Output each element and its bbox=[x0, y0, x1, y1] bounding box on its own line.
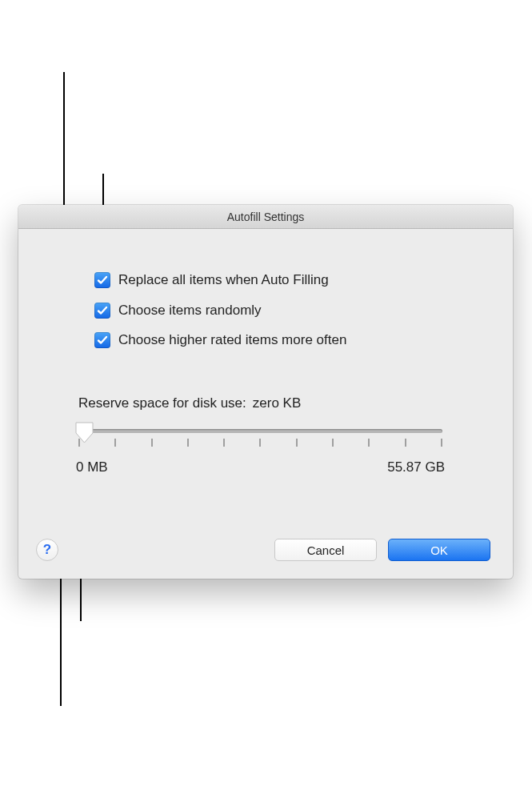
checkbox-label: Replace all items when Auto Filling bbox=[118, 272, 329, 288]
dialog-window: Autofill Settings Replace all items when… bbox=[18, 205, 513, 579]
help-icon: ? bbox=[43, 542, 51, 558]
cancel-button[interactable]: Cancel bbox=[274, 539, 377, 561]
check-icon bbox=[96, 304, 109, 317]
reserve-space-slider[interactable] bbox=[78, 424, 442, 456]
dialog-content: Replace all items when Auto Filling Choo… bbox=[18, 229, 513, 579]
check-icon bbox=[96, 274, 109, 287]
checkbox-label: Choose higher rated items more often bbox=[118, 332, 346, 348]
checkbox-replace[interactable] bbox=[94, 272, 110, 288]
help-button[interactable]: ? bbox=[36, 539, 58, 561]
dialog-buttons: Cancel OK bbox=[274, 539, 490, 561]
slider-max-label: 55.87 GB bbox=[387, 459, 445, 475]
checkbox-row-higher-rated[interactable]: Choose higher rated items more often bbox=[94, 332, 346, 348]
reserve-value: zero KB bbox=[253, 395, 301, 411]
window-title: Autofill Settings bbox=[227, 211, 305, 223]
reserve-label-text: Reserve space for disk use: bbox=[78, 395, 246, 411]
ok-button[interactable]: OK bbox=[388, 539, 490, 561]
checkbox-random[interactable] bbox=[94, 303, 110, 319]
check-icon bbox=[96, 334, 109, 347]
slider-ticks bbox=[78, 439, 442, 448]
titlebar: Autofill Settings bbox=[18, 205, 513, 229]
reserve-space-label: Reserve space for disk use: zero KB bbox=[78, 395, 301, 411]
slider-min-label: 0 MB bbox=[76, 459, 108, 475]
checkbox-row-random[interactable]: Choose items randomly bbox=[94, 303, 262, 319]
slider-range-labels: 0 MB 55.87 GB bbox=[76, 459, 445, 475]
slider-track bbox=[78, 429, 442, 433]
checkbox-higher-rated[interactable] bbox=[94, 332, 110, 348]
checkbox-row-replace[interactable]: Replace all items when Auto Filling bbox=[94, 272, 329, 288]
cancel-button-label: Cancel bbox=[307, 543, 345, 557]
checkbox-label: Choose items randomly bbox=[118, 303, 262, 319]
ok-button-label: OK bbox=[430, 543, 448, 557]
